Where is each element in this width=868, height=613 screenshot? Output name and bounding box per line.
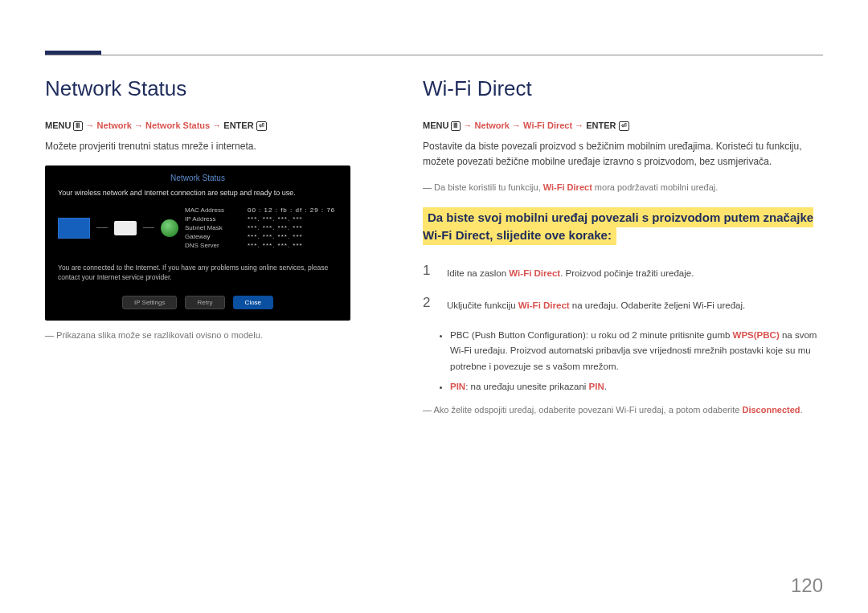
network-status-screenshot: Network Status Your wireless network and… bbox=[45, 166, 350, 321]
note-text: mora podržavati mobilni uređaj. bbox=[592, 182, 719, 192]
arrow-icon: → bbox=[464, 121, 475, 130]
support-note: Da biste koristili tu funkciju, Wi-Fi Di… bbox=[423, 181, 823, 194]
step-1: 1 Idite na zaslon Wi-Fi Direct. Proizvod… bbox=[423, 256, 823, 288]
step-number: 1 bbox=[423, 263, 436, 280]
bullet-highlight: PIN bbox=[450, 382, 465, 391]
tv-icon bbox=[58, 218, 90, 239]
dns-value: ***. ***. ***. *** bbox=[248, 242, 338, 249]
step-highlight: Wi-Fi Direct bbox=[518, 300, 570, 310]
subnet-label: Subnet Mask bbox=[185, 224, 243, 231]
mac-value: 00 : 12 : fb : df : 29 : 76 bbox=[248, 206, 338, 214]
close-button[interactable]: Close bbox=[233, 296, 273, 309]
right-column: Wi-Fi Direct MENU Ⅲ → Network → Wi-Fi Di… bbox=[423, 76, 823, 416]
menu-icon: Ⅲ bbox=[73, 121, 83, 131]
note-text: Ako želite odspojiti uređaj, odaberite p… bbox=[433, 405, 742, 415]
menu-icon: Ⅲ bbox=[451, 121, 461, 131]
disconnect-note: Ako želite odspojiti uređaj, odaberite p… bbox=[423, 403, 823, 417]
path-part: Wi-Fi Direct bbox=[523, 121, 572, 130]
step-text-part: . Proizvod počinje tražiti uređaje. bbox=[560, 268, 694, 278]
bullet-text: PBC (Push Button Configuration): u roku … bbox=[450, 330, 733, 340]
bullet-highlight: PIN bbox=[589, 382, 604, 391]
dns-label: DNS Server bbox=[185, 242, 243, 249]
bullet-text: : na uređaju unesite prikazani bbox=[465, 382, 588, 391]
body-text: Postavite da biste povezali proizvod s b… bbox=[423, 139, 823, 170]
note-text: Da biste koristili tu funkciju, bbox=[434, 182, 543, 192]
enter-icon: ⏎ bbox=[619, 121, 629, 131]
page-number: 120 bbox=[791, 574, 823, 597]
arrow-icon: → bbox=[86, 121, 97, 130]
path-part: Network bbox=[97, 121, 132, 130]
bullet-text: . bbox=[604, 382, 607, 391]
menu-path-network-status: MENU Ⅲ → Network → Network Status → ENTE… bbox=[45, 121, 391, 131]
ip-label: IP Address bbox=[185, 215, 243, 223]
steps-list: 1 Idite na zaslon Wi-Fi Direct. Proizvod… bbox=[423, 256, 823, 321]
bullet-list: PBC (Push Button Configuration): u roku … bbox=[439, 328, 823, 395]
step-text-part: Idite na zaslon bbox=[447, 268, 509, 278]
enter-icon: ⏎ bbox=[256, 121, 267, 131]
step-text-part: Uključite funkciju bbox=[447, 300, 518, 310]
step-text: Idite na zaslon Wi-Fi Direct. Proizvod p… bbox=[447, 263, 694, 280]
heading-wifi-direct: Wi-Fi Direct bbox=[423, 76, 823, 101]
screenshot-title: Network Status bbox=[45, 174, 350, 182]
menu-path-wifi-direct: MENU Ⅲ → Network → Wi-Fi Direct → ENTER … bbox=[423, 121, 823, 131]
enter-label: ENTER bbox=[223, 121, 253, 130]
note-highlight: Wi-Fi Direct bbox=[543, 182, 592, 192]
arrow-icon: → bbox=[575, 121, 586, 130]
path-part: Network Status bbox=[145, 121, 210, 130]
network-diagram: MAC Address 00 : 12 : fb : df : 29 : 76 … bbox=[45, 203, 350, 252]
step-text: Uključite funkciju Wi-Fi Direct na uređa… bbox=[447, 295, 745, 313]
highlight-heading: Da biste svoj mobilni uređaj povezali s … bbox=[423, 207, 813, 246]
subnet-value: ***. ***. ***. *** bbox=[248, 224, 338, 231]
mac-label: MAC Address bbox=[185, 206, 243, 214]
top-rule bbox=[45, 55, 823, 55]
step-number: 2 bbox=[423, 295, 436, 313]
bullet-highlight: WPS(PBC) bbox=[733, 330, 780, 340]
menu-label: MENU bbox=[423, 121, 448, 130]
router-icon bbox=[114, 221, 137, 235]
step-highlight: Wi-Fi Direct bbox=[509, 268, 560, 278]
arrow-icon: → bbox=[212, 121, 223, 130]
note-text: . bbox=[800, 405, 803, 415]
screenshot-line2: You are connected to the Internet. If yo… bbox=[45, 252, 350, 291]
body-text: Možete provjeriti trenutni status mreže … bbox=[45, 139, 391, 154]
step-2: 2 Uključite funkciju Wi-Fi Direct na ure… bbox=[423, 288, 823, 321]
retry-button[interactable]: Retry bbox=[185, 296, 224, 309]
gateway-value: ***. ***. ***. *** bbox=[248, 233, 338, 240]
screenshot-line1: Your wireless network and Internet conne… bbox=[45, 189, 350, 203]
enter-label: ENTER bbox=[586, 121, 616, 130]
arrow-icon: → bbox=[512, 121, 523, 130]
ip-settings-button[interactable]: IP Settings bbox=[122, 296, 178, 309]
path-part: Network bbox=[475, 121, 510, 130]
connector-line bbox=[143, 227, 154, 228]
arrow-icon: → bbox=[134, 121, 145, 130]
step-text-part: na uređaju. Odaberite željeni Wi-Fi uređ… bbox=[570, 300, 746, 310]
note-highlight: Disconnected bbox=[742, 405, 800, 415]
model-note: Prikazana slika može se razlikovati ovis… bbox=[45, 329, 391, 342]
highlight-heading-wrap: Da biste svoj mobilni uređaj povezali s … bbox=[423, 209, 823, 245]
bullet-pin: PIN: na uređaju unesite prikazani PIN. bbox=[450, 379, 823, 395]
globe-icon bbox=[161, 219, 178, 237]
heading-network-status: Network Status bbox=[45, 76, 391, 101]
screenshot-buttons: IP Settings Retry Close bbox=[45, 296, 350, 309]
network-info-grid: MAC Address 00 : 12 : fb : df : 29 : 76 … bbox=[185, 206, 338, 249]
connector-line bbox=[96, 227, 108, 228]
bullet-pbc: PBC (Push Button Configuration): u roku … bbox=[450, 328, 823, 375]
menu-label: MENU bbox=[45, 121, 71, 130]
left-column: Network Status MENU Ⅲ → Network → Networ… bbox=[45, 76, 391, 416]
gateway-label: Gateway bbox=[185, 233, 243, 240]
ip-value: ***. ***. ***. *** bbox=[248, 215, 338, 223]
